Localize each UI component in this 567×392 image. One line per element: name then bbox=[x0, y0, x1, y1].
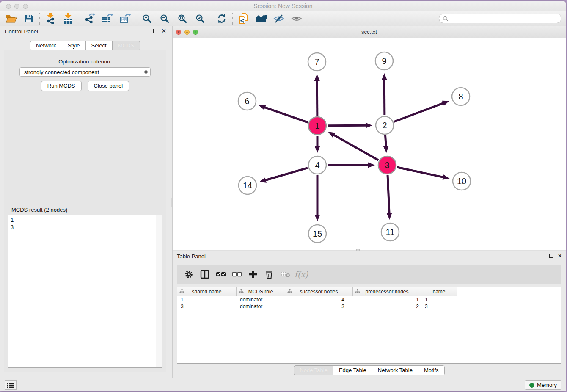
search-icon bbox=[443, 16, 449, 22]
eye-icon[interactable] bbox=[288, 12, 306, 25]
houses-icon[interactable] bbox=[252, 12, 270, 25]
cell-predecessor-nodes[interactable]: 1 bbox=[353, 297, 421, 303]
close-panel-icon[interactable]: ✕ bbox=[557, 254, 562, 258]
splitter-handle[interactable] bbox=[171, 198, 172, 207]
optimization-criterion-select[interactable]: strongly connected component bbox=[19, 67, 151, 77]
tab-edge-table[interactable]: Edge Table bbox=[333, 365, 372, 375]
toolbar-separator bbox=[232, 13, 233, 25]
column-header-predecessor-nodes[interactable]: predecessor nodes bbox=[353, 287, 421, 296]
control-panel: Control Panel ✕ NetworkStyleSelectMCDS O… bbox=[0, 26, 170, 378]
main-toolbar bbox=[0, 11, 566, 26]
tab-select[interactable]: Select bbox=[86, 41, 113, 51]
cell-shared-name[interactable]: 1 bbox=[177, 297, 237, 303]
table-panel-title: Table Panel bbox=[177, 253, 206, 259]
graph-edge-4-14[interactable] bbox=[265, 168, 308, 180]
window-title: Session: New Session bbox=[0, 3, 566, 9]
cell-name[interactable]: 3 bbox=[421, 304, 457, 309]
deselect-all-icon[interactable] bbox=[230, 267, 244, 282]
graph-edge-arrow bbox=[442, 101, 449, 106]
column-header-successor-nodes[interactable]: successor nodes bbox=[285, 287, 353, 296]
share-document-icon[interactable] bbox=[234, 12, 252, 25]
graph-edge-1-2[interactable] bbox=[328, 125, 366, 126]
graph-edge-3-11[interactable] bbox=[388, 175, 389, 214]
tab-motifs[interactable]: Motifs bbox=[418, 365, 445, 375]
graph-node-label: 7 bbox=[314, 57, 319, 66]
graph-edge-arrow bbox=[259, 105, 266, 110]
optimization-criterion-label: Optimization criterion: bbox=[4, 58, 166, 65]
run-mcds-button[interactable]: Run MCDS bbox=[41, 81, 82, 91]
graph-edge-1-7[interactable] bbox=[317, 80, 317, 116]
column-header-mcds-role[interactable]: MCDS role bbox=[237, 287, 285, 296]
zoom-fit-icon[interactable] bbox=[173, 12, 191, 25]
graph-node-label: 9 bbox=[382, 56, 386, 66]
title-bar: Session: New Session bbox=[0, 1, 566, 11]
network-canvas[interactable]: 7968124314101511 bbox=[173, 38, 566, 250]
zoom-selected-icon[interactable] bbox=[191, 12, 209, 25]
cell-mcds-role[interactable]: dominator bbox=[237, 297, 285, 303]
mcds-result-box[interactable]: 1 3 bbox=[8, 215, 162, 368]
graph-edge-arrow bbox=[314, 74, 320, 81]
gear-icon[interactable] bbox=[182, 267, 196, 282]
graph-edge-2-9[interactable] bbox=[384, 79, 385, 115]
refresh-icon[interactable] bbox=[213, 12, 231, 25]
mcds-pane: Optimization criterion: strongly connect… bbox=[4, 50, 166, 372]
cell-successor-nodes[interactable]: 4 bbox=[285, 297, 353, 303]
cell-shared-name[interactable]: 3 bbox=[177, 304, 237, 309]
graph-edge-1-6[interactable] bbox=[264, 107, 308, 122]
export-table-icon[interactable] bbox=[99, 12, 116, 25]
export-network-icon[interactable] bbox=[81, 12, 99, 25]
close-panel-icon[interactable]: ✕ bbox=[161, 29, 166, 33]
network-window-title: scc.txt bbox=[173, 29, 566, 35]
graph-node-label: 1 bbox=[315, 121, 319, 130]
table-toolbar: f(x) bbox=[177, 265, 561, 284]
zoom-out-icon[interactable] bbox=[156, 12, 173, 25]
import-network-icon[interactable] bbox=[41, 12, 59, 25]
column-header-shared-name[interactable]: shared name bbox=[177, 287, 237, 296]
add-icon[interactable] bbox=[246, 267, 260, 282]
column-header-name[interactable]: name bbox=[421, 287, 457, 296]
eye-slash-icon[interactable] bbox=[270, 12, 288, 25]
cell-mcds-role[interactable]: dominator bbox=[237, 304, 285, 309]
search-input[interactable] bbox=[451, 15, 558, 22]
network-graph[interactable]: 7968124314101511 bbox=[173, 38, 566, 250]
status-bar: Memory bbox=[0, 378, 566, 391]
columns-icon[interactable] bbox=[198, 267, 212, 282]
trash-icon[interactable] bbox=[262, 267, 276, 282]
cell-name[interactable]: 1 bbox=[421, 297, 457, 303]
close-panel-button[interactable]: Close panel bbox=[88, 81, 129, 91]
table-header-row: shared nameMCDS rolesuccessor nodesprede… bbox=[177, 287, 561, 296]
graph-edge-arrow bbox=[259, 177, 267, 182]
graph-node-label: 8 bbox=[458, 92, 463, 101]
node-table[interactable]: shared nameMCDS rolesuccessor nodesprede… bbox=[177, 287, 561, 364]
tab-network[interactable]: Network bbox=[30, 41, 62, 51]
graph-edge-2-3[interactable] bbox=[385, 135, 386, 147]
graph-node-label: 6 bbox=[245, 97, 249, 106]
graph-node-label: 11 bbox=[386, 227, 395, 237]
float-panel-icon[interactable] bbox=[153, 29, 157, 33]
tab-network-table[interactable]: Network Table bbox=[372, 365, 418, 375]
graph-edge-3-1[interactable] bbox=[333, 135, 378, 160]
graph-edge-arrow bbox=[387, 213, 392, 220]
float-panel-icon[interactable] bbox=[549, 254, 553, 258]
cell-predecessor-nodes[interactable]: 2 bbox=[353, 304, 421, 309]
result-scrollbar[interactable] bbox=[156, 215, 162, 367]
memory-button[interactable]: Memory bbox=[525, 380, 561, 390]
graph-edge-2-8[interactable] bbox=[394, 103, 443, 121]
zoom-in-icon[interactable] bbox=[138, 12, 156, 25]
save-session-icon[interactable] bbox=[20, 12, 38, 25]
tab-style[interactable]: Style bbox=[62, 41, 86, 51]
graph-edge-arrow bbox=[315, 215, 320, 221]
table-row[interactable]: 3dominator323 bbox=[177, 303, 561, 310]
tab-node-table[interactable]: Node Table bbox=[294, 365, 333, 375]
table-row[interactable]: 1dominator411 bbox=[177, 296, 561, 303]
vertical-splitter[interactable] bbox=[170, 26, 173, 378]
export-image-icon[interactable] bbox=[116, 12, 134, 25]
network-window-titlebar[interactable]: ✕ − + scc.txt bbox=[173, 26, 566, 38]
select-all-icon[interactable] bbox=[214, 267, 228, 282]
task-history-button[interactable] bbox=[5, 380, 17, 390]
import-table-icon[interactable] bbox=[59, 12, 77, 25]
open-session-icon[interactable] bbox=[2, 12, 20, 25]
cell-successor-nodes[interactable]: 3 bbox=[285, 304, 353, 309]
graph-edge-3-10[interactable] bbox=[397, 167, 444, 177]
tab-mcds[interactable]: MCDS bbox=[113, 41, 140, 51]
